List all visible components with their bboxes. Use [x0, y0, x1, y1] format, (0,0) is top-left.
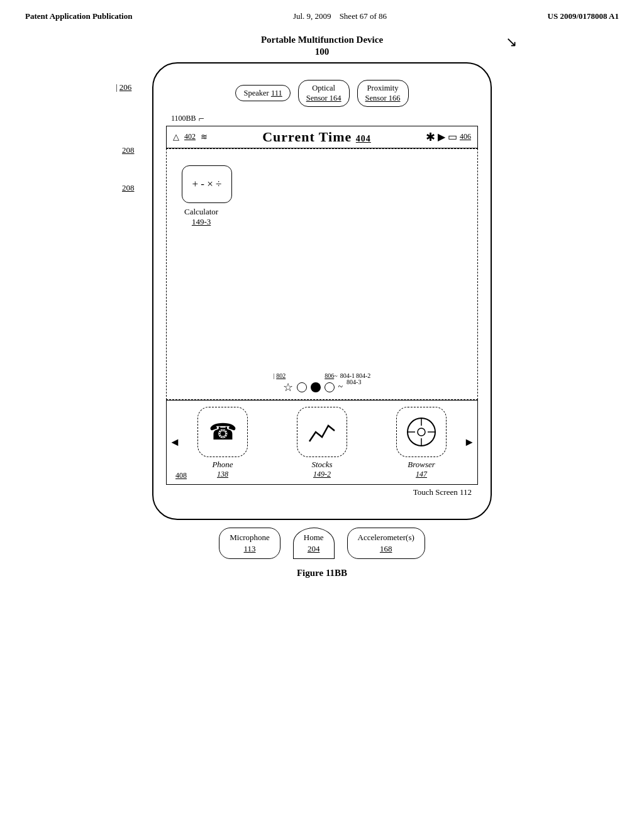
brace-icon: ⌐	[199, 113, 204, 124]
dock-arrow-left-icon: ◄	[169, 436, 180, 449]
proximity-label: ProximitySensor 166	[365, 84, 401, 102]
status-right: ✱ ▶ ▭ 406	[426, 130, 471, 144]
home-label: Home204	[304, 533, 324, 553]
phone-dock-label: Phone	[212, 460, 233, 470]
status-label-402: 402	[184, 132, 196, 141]
browser-compass-icon	[405, 416, 438, 448]
optical-sensor-box: OpticalSensor 164	[298, 80, 350, 107]
dock-item-phone[interactable]: ☎ Phone 138	[197, 407, 248, 479]
page-indicator-area: | 802 806~ 804-1 804-2 ☆ ~ 804-3	[167, 372, 477, 398]
header-sheet: Sheet 67 of 86	[340, 11, 387, 21]
calculator-app[interactable]: + - × ÷ Calculator 149-3	[175, 159, 469, 227]
title-arrow-icon: ↘	[506, 34, 517, 50]
label-208-inner: 208	[122, 183, 135, 193]
main-content: Portable Multifunction Device ↘ 100 | 20…	[0, 28, 644, 578]
label-208-outer: 208	[122, 145, 135, 155]
accelerometer-label: Accelerometer(s)168	[358, 533, 414, 553]
status-left: △ 402 ≋	[173, 132, 208, 142]
calc-icon-text: + - × ÷	[192, 178, 222, 191]
phone-outline: | 206 Speaker 111 OpticalSensor 164 Prox…	[152, 62, 492, 520]
device-title-num: 100	[77, 47, 567, 57]
label-1100bb-row: 1100BB ⌐	[171, 113, 478, 124]
microphone-box: Microphone113	[219, 528, 280, 559]
phone-glyph: ☎	[209, 419, 237, 445]
patent-header: Patent Application Publication Jul. 9, 2…	[0, 0, 644, 28]
calculator-label: Calculator 149-3	[184, 207, 218, 227]
signal-icon: △	[173, 132, 179, 142]
star-icon: ☆	[283, 380, 293, 394]
speaker-box: Speaker 111	[235, 85, 290, 101]
label-806: 806~	[325, 372, 337, 379]
dock-wrapper: ◄ ☎ Phone 138	[166, 400, 478, 485]
play-icon: ▶	[438, 131, 445, 143]
touchscreen-label: Touch Screen 112	[166, 487, 478, 497]
sensor-row: Speaker 111 OpticalSensor 164 ProximityS…	[166, 80, 478, 107]
status-label-406: 406	[460, 132, 471, 141]
page-dot-3	[325, 382, 335, 392]
dock-area: ◄ ☎ Phone 138	[166, 400, 478, 485]
speaker-label: Speaker 111	[243, 89, 282, 97]
browser-dock-icon	[396, 407, 447, 457]
page-dot-2	[311, 382, 321, 392]
bluetooth-icon: ✱	[426, 130, 435, 144]
label-804-1: 804-1	[340, 372, 355, 379]
label-408: 408	[175, 471, 187, 480]
battery-icon: ▭	[448, 131, 457, 143]
label-206: | 206	[116, 82, 131, 92]
proximity-sensor-box: ProximitySensor 166	[357, 80, 409, 107]
phone-dock-sublabel: 138	[217, 470, 228, 479]
wifi-icon: ≋	[201, 132, 208, 142]
label-1100bb: 1100BB	[171, 114, 196, 123]
phone-dock-icon: ☎	[197, 407, 248, 457]
svg-point-1	[418, 428, 425, 436]
dock-arrow-right-icon: ►	[464, 436, 475, 449]
figure-caption: Figure 11BB	[77, 568, 567, 578]
header-left: Patent Application Publication	[25, 11, 132, 21]
browser-dock-sublabel: 147	[416, 470, 427, 479]
dock-item-browser[interactable]: Browser 147	[396, 407, 447, 479]
stocks-dock-sublabel: 149-2	[313, 470, 331, 479]
stocks-dock-icon	[297, 407, 347, 457]
stocks-chart-icon	[306, 419, 338, 445]
header-right: US 2009/0178008 A1	[548, 11, 619, 21]
diagram-area: Portable Multifunction Device ↘ 100 | 20…	[77, 34, 567, 578]
calculator-icon-box: + - × ÷	[182, 165, 232, 203]
label-804-2: 804-2	[356, 372, 370, 379]
device-title-line1: Portable Multifunction Device	[261, 35, 383, 45]
browser-dock-label: Browser	[408, 460, 435, 470]
label-804-3: 804-3	[347, 379, 361, 385]
screen-area: + - × ÷ Calculator 149-3 | 802 806~ 804-…	[166, 148, 478, 400]
microphone-label: Microphone113	[230, 533, 270, 553]
bottom-row: Microphone113 Home204 Accelerometer(s)16…	[77, 528, 567, 559]
dock-item-stocks[interactable]: Stocks 149-2	[297, 407, 347, 479]
page-dot-1	[297, 382, 307, 392]
dot-labels: | 802 806~ 804-1 804-2	[167, 372, 477, 379]
stocks-dock-label: Stocks	[311, 460, 332, 470]
wavy-right: ~	[338, 382, 343, 392]
header-center: Jul. 9, 2009 Sheet 67 of 86	[293, 11, 387, 21]
accelerometer-box: Accelerometer(s)168	[347, 528, 425, 559]
page-dots-row: ☆ ~ 804-3	[167, 380, 477, 398]
status-current-time: Current Time 404	[262, 129, 371, 145]
label-802: | 802	[274, 372, 286, 379]
header-date: Jul. 9, 2009	[293, 11, 331, 21]
optical-label: OpticalSensor 164	[306, 84, 341, 102]
status-bar: △ 402 ≋ Current Time 404 ✱ ▶ ▭ 406	[166, 126, 478, 148]
home-box: Home204	[293, 528, 335, 559]
